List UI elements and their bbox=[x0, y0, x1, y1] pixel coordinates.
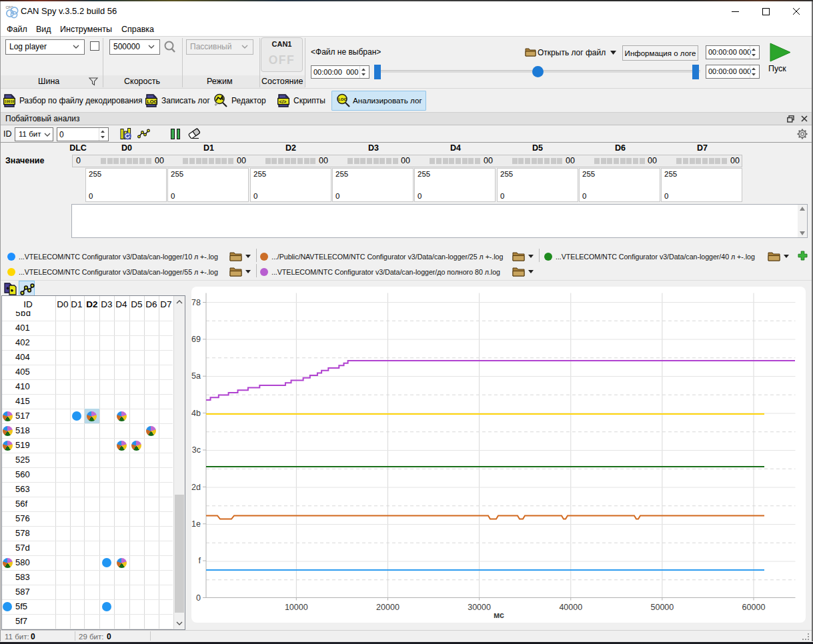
svg-text:2d: 2d bbox=[191, 483, 201, 492]
svg-text:40000: 40000 bbox=[559, 603, 582, 612]
svg-text:</>: </> bbox=[279, 99, 287, 105]
svg-text:60000: 60000 bbox=[742, 603, 766, 612]
svg-text:3c: 3c bbox=[192, 445, 201, 455]
svg-text:LOG: LOG bbox=[338, 97, 347, 101]
svg-text:20000: 20000 bbox=[376, 603, 399, 612]
svg-text:1e: 1e bbox=[191, 519, 201, 529]
svg-text:5a: 5a bbox=[191, 371, 201, 381]
svg-text:LOG: LOG bbox=[147, 99, 157, 105]
svg-text:78: 78 bbox=[191, 298, 201, 307]
svg-text:4b: 4b bbox=[191, 409, 201, 418]
svg-text:мс: мс bbox=[494, 611, 504, 620]
svg-text:30000: 30000 bbox=[468, 603, 491, 612]
svg-text:10010: 10010 bbox=[5, 99, 15, 104]
svg-text:f: f bbox=[199, 556, 201, 565]
svg-text:50000: 50000 bbox=[651, 603, 674, 612]
svg-text:10000: 10000 bbox=[285, 603, 308, 612]
svg-text:0: 0 bbox=[196, 593, 201, 603]
svg-text:69: 69 bbox=[191, 335, 201, 344]
